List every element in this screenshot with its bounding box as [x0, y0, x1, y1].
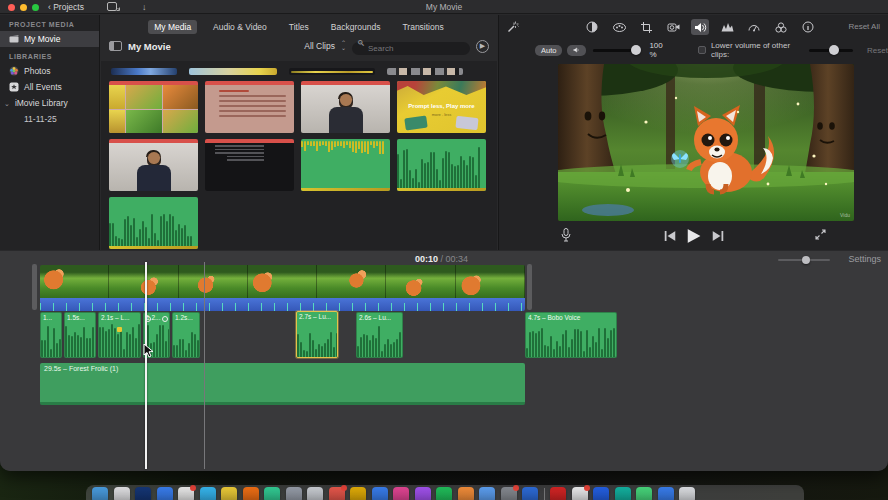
clip-strip[interactable] — [189, 68, 277, 75]
dock-app-icon-3[interactable] — [135, 487, 151, 500]
ducking-slider[interactable] — [809, 49, 853, 52]
timeline-settings-button[interactable]: Settings — [848, 254, 881, 264]
clip-strip[interactable] — [111, 68, 177, 75]
dock-app-icon-20[interactable] — [501, 487, 517, 500]
dock-app-icon-13[interactable] — [350, 487, 366, 500]
dock-app-icon-27[interactable] — [636, 487, 652, 500]
sidebar-item-photos[interactable]: Photos — [0, 63, 99, 79]
filmstrip-frame[interactable] — [40, 265, 109, 298]
tab-backgrounds[interactable]: Backgrounds — [325, 20, 387, 34]
lower-volume-checkbox[interactable] — [698, 46, 706, 54]
sidebar-item-event-11-11-25[interactable]: 11-11-25 — [0, 111, 99, 126]
audio-clip[interactable]: 2.1s – L... — [98, 312, 141, 358]
clip-filter-icon[interactable] — [772, 19, 790, 35]
media-thumbnail-yellow-slide[interactable]: Prompt less, Play more more . less — [397, 81, 486, 133]
audio-clip-bobo-voice[interactable]: 4.7s – Bobo Voice — [525, 312, 617, 358]
dock-app-icon-21[interactable] — [522, 487, 538, 500]
sidebar-item-my-movie[interactable]: My Movie — [0, 31, 99, 47]
media-thumbnail-document[interactable] — [205, 81, 294, 133]
sidebar-item-all-events[interactable]: All Events — [0, 79, 99, 95]
play-button[interactable] — [687, 229, 700, 243]
speed-icon[interactable] — [745, 19, 763, 35]
stabilization-icon[interactable] — [664, 19, 682, 35]
audio-clip[interactable]: 1.2s... — [172, 312, 200, 358]
filmstrip-frame[interactable] — [109, 265, 178, 298]
fade-handle[interactable] — [162, 316, 168, 322]
volume-slider-knob[interactable] — [631, 45, 641, 55]
dock-app-icon-26[interactable] — [615, 487, 631, 500]
noise-reduction-icon[interactable] — [718, 19, 736, 35]
dock-app-icon-18[interactable] — [458, 487, 474, 500]
dock-app-icon-7[interactable] — [221, 487, 237, 500]
clip-strip[interactable] — [387, 68, 463, 75]
dock-app-icon-11[interactable] — [307, 487, 323, 500]
dock-app-icon-14[interactable] — [372, 487, 388, 500]
dock-app-icon-1[interactable] — [92, 487, 108, 500]
clip-strip[interactable] — [289, 68, 375, 75]
media-thumbnail-audio-clip[interactable] — [301, 139, 390, 191]
audio-clip-selected[interactable]: 2.7s – Lu... — [296, 311, 338, 358]
dock-app-icon-5[interactable] — [178, 487, 194, 500]
audio-clip[interactable]: 1.5s... — [64, 312, 96, 358]
timeline-zoom-slider[interactable] — [778, 259, 830, 261]
collapsed-clip-strips[interactable] — [111, 68, 489, 76]
playhead[interactable] — [145, 262, 147, 469]
reset-button[interactable]: Reset — [867, 46, 888, 55]
dock-app-icon-10[interactable] — [286, 487, 302, 500]
media-thumbnail-audio-clip[interactable] — [397, 139, 486, 191]
sidebar-toggle-icon[interactable] — [109, 41, 122, 51]
tab-transitions[interactable]: Transitions — [396, 20, 449, 34]
clip-filter-dropdown[interactable]: All Clips — [304, 41, 335, 51]
audio-clip[interactable]: 1... — [40, 312, 62, 358]
dock-app-icon-29[interactable] — [679, 487, 695, 500]
audio-clip[interactable]: 2.6s – Lu... — [356, 312, 403, 358]
dock-app-icon-8[interactable] — [243, 487, 259, 500]
color-correction-icon[interactable] — [610, 19, 628, 35]
chevron-down-icon[interactable]: ⌄ — [4, 101, 10, 106]
video-track-filmstrip[interactable] — [40, 265, 525, 298]
dock[interactable] — [86, 485, 804, 500]
search-input[interactable] — [352, 42, 470, 55]
zoom-slider-knob[interactable] — [802, 256, 810, 264]
media-thumbnail-dark-screen[interactable] — [205, 139, 294, 191]
filmstrip-frame[interactable] — [248, 265, 317, 298]
media-thumbnail-audio-clip[interactable] — [109, 197, 198, 249]
dock-app-icon-23[interactable] — [550, 487, 566, 500]
fullscreen-icon[interactable] — [815, 229, 826, 240]
continuous-playback-icon[interactable]: ▶ — [476, 40, 489, 53]
previous-frame-button[interactable] — [664, 231, 675, 241]
crop-icon[interactable] — [637, 19, 655, 35]
filmstrip-frame[interactable] — [386, 265, 455, 298]
media-thumbnail-presenter-video-2[interactable] — [109, 139, 198, 191]
dock-app-icon-28[interactable] — [658, 487, 674, 500]
filmstrip-frame[interactable] — [317, 265, 386, 298]
sidebar-item-imovie-library[interactable]: ⌄ iMovie Library — [0, 95, 99, 111]
filmstrip-frame[interactable] — [456, 265, 525, 298]
dock-app-icon-17[interactable] — [436, 487, 452, 500]
enhance-wand-icon[interactable] — [507, 20, 520, 33]
ducking-slider-knob[interactable] — [829, 45, 839, 55]
background-music-clip[interactable]: 29.5s – Forest Frolic (1) — [40, 363, 525, 405]
dock-app-icon-15[interactable] — [393, 487, 409, 500]
dock-app-icon-6[interactable] — [200, 487, 216, 500]
reset-all-button[interactable]: Reset All — [848, 22, 880, 31]
media-thumbnail-presenter-video[interactable] — [301, 81, 390, 133]
dock-app-icon-12[interactable] — [329, 487, 345, 500]
voiceover-mic-icon[interactable] — [561, 228, 571, 242]
filter-stepper-icon[interactable]: ⌃⌄ — [341, 41, 346, 51]
mute-button[interactable] — [567, 45, 586, 56]
clip-volume-slider[interactable] — [593, 49, 641, 52]
video-viewer[interactable]: Vidu — [558, 64, 854, 221]
dock-app-icon-4[interactable] — [157, 487, 173, 500]
dock-app-icon-24[interactable] — [572, 487, 588, 500]
dock-app-icon-19[interactable] — [479, 487, 495, 500]
next-frame-button[interactable] — [712, 231, 723, 241]
clip-info-icon[interactable] — [799, 19, 817, 35]
filmstrip-frame[interactable] — [179, 265, 248, 298]
dock-app-icon-25[interactable] — [593, 487, 609, 500]
media-thumbnail-screenshot-grid[interactable] — [109, 81, 198, 133]
video-track-audio-waveform[interactable] — [40, 298, 525, 311]
tab-audio-video[interactable]: Audio & Video — [207, 20, 273, 34]
volume-icon[interactable] — [691, 19, 709, 35]
auto-volume-button[interactable]: Auto — [535, 45, 562, 56]
